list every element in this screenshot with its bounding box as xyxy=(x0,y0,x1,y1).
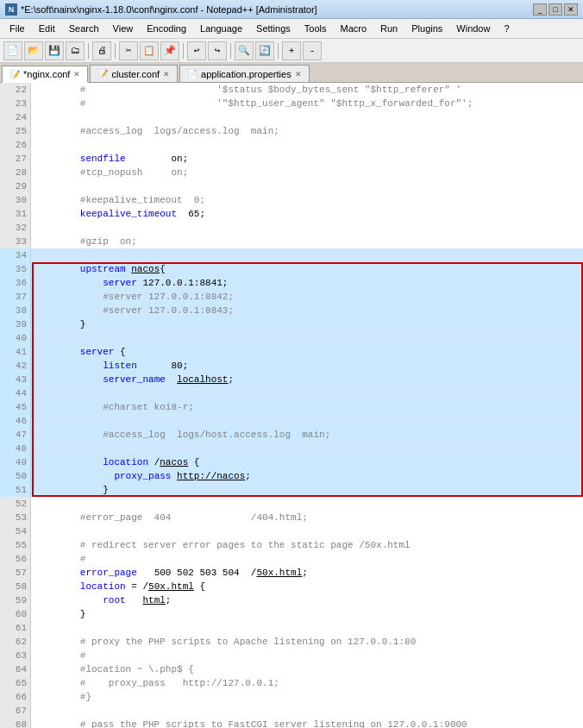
menu-window[interactable]: Window xyxy=(450,21,496,36)
code-line-65: # proxy_pass http://127.0.0.1; xyxy=(31,676,583,690)
copy-button[interactable]: 📋 xyxy=(140,41,159,60)
code-line-63: # xyxy=(31,649,583,662)
code-line-59: root html; xyxy=(31,593,583,607)
title-bar: N *E:\soft\nainx\nginx-1.18.0\conf\nginx… xyxy=(0,0,583,19)
save-button[interactable]: 💾 xyxy=(45,41,64,60)
line-number-52: 52 xyxy=(0,497,30,511)
line-number-22: 22 xyxy=(0,83,30,97)
code-line-58: location = /50x.html { xyxy=(31,580,583,593)
code-line-42: listen 80; xyxy=(31,359,583,373)
code-line-28: #tcp_nopush on; xyxy=(31,166,583,179)
tab-icon-prop: 📄 xyxy=(187,69,197,78)
code-line-40 xyxy=(31,331,583,345)
code-line-22: # '$status $body_bytes_sent "$http_refer… xyxy=(31,83,583,97)
menu-tools[interactable]: Tools xyxy=(298,21,333,36)
window-controls[interactable]: _ □ ✕ xyxy=(533,3,578,16)
line-number-45: 45 xyxy=(0,400,30,414)
tab-close-nginx[interactable]: ✕ xyxy=(73,70,80,78)
line-number-31: 31 xyxy=(0,207,30,221)
code-content[interactable]: # '$status $body_bytes_sent "$http_refer… xyxy=(31,83,583,728)
menu-language[interactable]: Language xyxy=(194,21,248,36)
tab-nginx-conf[interactable]: 📝 *nginx.conf ✕ xyxy=(2,66,88,83)
code-line-43: server_name localhost; xyxy=(31,373,583,386)
line-number-30: 30 xyxy=(0,193,30,207)
menu-plugins[interactable]: Plugins xyxy=(405,21,448,36)
line-number-58: 58 xyxy=(0,580,30,593)
line-number-59: 59 xyxy=(0,593,30,607)
line-number-40: 40 xyxy=(0,331,30,345)
undo-button[interactable]: ↩ xyxy=(187,41,206,60)
toolbar-separator-1 xyxy=(88,43,89,59)
line-number-34: 34 xyxy=(0,248,30,262)
line-number-32: 32 xyxy=(0,221,30,235)
tab-close-properties[interactable]: ✕ xyxy=(295,70,302,78)
line-number-56: 56 xyxy=(0,552,30,566)
menu-bar: File Edit Search View Encoding Language … xyxy=(0,19,583,39)
open-button[interactable]: 📂 xyxy=(24,41,43,60)
line-number-28: 28 xyxy=(0,166,30,179)
window-title: *E:\soft\nainx\nginx-1.18.0\conf\nginx.c… xyxy=(21,4,317,15)
line-number-27: 27 xyxy=(0,152,30,166)
code-line-68: # pass the PHP scripts to FastCGI server… xyxy=(31,718,583,728)
print-button[interactable]: 🖨 xyxy=(92,41,111,60)
menu-encoding[interactable]: Encoding xyxy=(141,21,192,36)
code-line-36: server 127.0.0.1:8841; xyxy=(31,276,583,290)
code-line-66: #} xyxy=(31,690,583,704)
code-line-44 xyxy=(31,386,583,400)
line-number-47: 47 xyxy=(0,428,30,442)
tab-bar: 📝 *nginx.conf ✕ 📝 cluster.conf ✕ 📄 appli… xyxy=(0,63,583,83)
tab-label-nginx: *nginx.conf xyxy=(23,69,70,79)
menu-run[interactable]: Run xyxy=(374,21,404,36)
replace-button[interactable]: 🔄 xyxy=(255,41,274,60)
save-all-button[interactable]: 🗂 xyxy=(66,41,85,60)
code-line-45: #charset koi8-r; xyxy=(31,400,583,414)
menu-view[interactable]: View xyxy=(107,21,140,36)
code-line-67 xyxy=(31,704,583,718)
tab-label-cluster: cluster.conf xyxy=(111,69,160,79)
line-number-43: 43 xyxy=(0,373,30,386)
line-number-24: 24 xyxy=(0,110,30,124)
redo-button[interactable]: ↪ xyxy=(208,41,227,60)
zoom-out-button[interactable]: - xyxy=(303,41,322,60)
menu-edit[interactable]: Edit xyxy=(33,21,61,36)
menu-settings[interactable]: Settings xyxy=(250,21,297,36)
menu-file[interactable]: File xyxy=(3,21,31,36)
line-number-51: 51 xyxy=(0,483,30,497)
new-button[interactable]: 📄 xyxy=(3,41,22,60)
maximize-button[interactable]: □ xyxy=(549,3,562,16)
code-line-37: #server 127.0.0.1:8842; xyxy=(31,290,583,304)
code-line-61 xyxy=(31,621,583,635)
code-line-33: #gzip on; xyxy=(31,235,583,248)
tab-cluster-conf[interactable]: 📝 cluster.conf ✕ xyxy=(90,65,178,82)
code-line-62: # proxy the PHP scripts to Apache listen… xyxy=(31,635,583,649)
line-number-36: 36 xyxy=(0,276,30,290)
line-number-64: 64 xyxy=(0,662,30,676)
line-number-53: 53 xyxy=(0,511,30,524)
line-numbers: 2223242526272829303132333435363738394041… xyxy=(0,83,31,728)
menu-help[interactable]: ? xyxy=(498,21,515,36)
code-line-56: # xyxy=(31,552,583,566)
code-line-39: } xyxy=(31,317,583,331)
code-line-55: # redirect server error pages to the sta… xyxy=(31,538,583,552)
toolbar-separator-4 xyxy=(230,43,231,59)
code-line-47: #access_log logs/host.access.log main; xyxy=(31,428,583,442)
line-number-29: 29 xyxy=(0,179,30,193)
line-number-63: 63 xyxy=(0,649,30,662)
zoom-in-button[interactable]: + xyxy=(282,41,301,60)
paste-button[interactable]: 📌 xyxy=(160,41,179,60)
menu-macro[interactable]: Macro xyxy=(334,21,373,36)
minimize-button[interactable]: _ xyxy=(533,3,547,16)
line-number-41: 41 xyxy=(0,345,30,359)
code-area: 2223242526272829303132333435363738394041… xyxy=(0,83,583,728)
menu-search[interactable]: Search xyxy=(63,21,105,36)
cut-button[interactable]: ✂ xyxy=(119,41,138,60)
line-number-50: 50 xyxy=(0,469,30,483)
tab-application-properties[interactable]: 📄 application.properties ✕ xyxy=(179,65,310,82)
code-line-38: #server 127.0.0.1:8843; xyxy=(31,304,583,317)
line-number-42: 42 xyxy=(0,359,30,373)
tab-close-cluster[interactable]: ✕ xyxy=(163,70,170,78)
code-line-23: # '"$http_user_agent" "$http_x_forwarded… xyxy=(31,97,583,110)
close-button[interactable]: ✕ xyxy=(564,3,578,16)
find-button[interactable]: 🔍 xyxy=(235,41,254,60)
code-line-51: } xyxy=(31,483,583,497)
